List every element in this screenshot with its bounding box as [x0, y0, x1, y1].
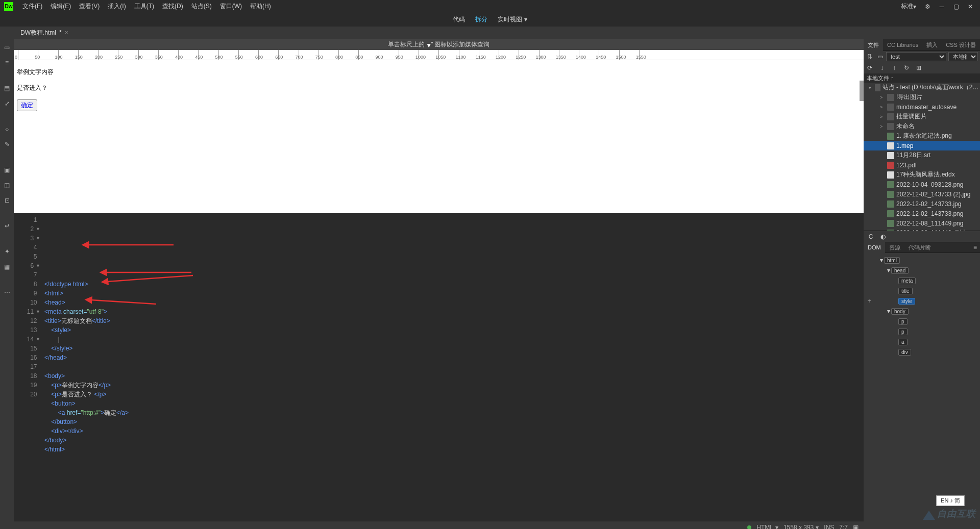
document-tab[interactable]: DW教程.html* × — [15, 27, 74, 39]
dom-node[interactable]: ▾head — [866, 265, 978, 275]
tree-item[interactable]: 2022-12-08_111449.png — [864, 218, 980, 228]
panel-tab[interactable]: 插入 — [922, 39, 942, 51]
dom-tree[interactable]: ▾html▾headmetatitle+style▾bodyppadiv — [864, 253, 980, 529]
tree-item[interactable]: 2022-12-02_143733 (2).jpg — [864, 189, 980, 199]
get-icon[interactable]: ↓ — [878, 64, 886, 72]
close-icon[interactable]: ✕ — [963, 1, 977, 12]
wrap-icon[interactable]: ↵ — [3, 221, 12, 231]
workspace-dropdown[interactable]: 标准 ▾ — [897, 2, 920, 11]
status-dimensions[interactable]: 1558 x 393 ▾ — [783, 524, 819, 530]
left-tool-rail: ▭ ≡ ▤ ⤢ ⟐ ✎ ▣ ◫ ⊡ ↵ ✦ ▦ ⋯ — [0, 39, 14, 529]
tree-item[interactable]: 2022-12-02_143733.jpg — [864, 199, 980, 209]
status-preview-icon[interactable]: ▣ — [853, 524, 859, 530]
live-view-button[interactable]: 实时视图▾ — [493, 15, 532, 24]
maximize-icon[interactable]: ▢ — [949, 1, 963, 12]
add-icon[interactable]: + — [866, 297, 873, 305]
dom-node[interactable]: a — [866, 337, 978, 347]
dom-node[interactable]: +style — [866, 296, 978, 306]
view-select[interactable]: 本地视图 — [948, 52, 978, 61]
img-icon — [887, 210, 894, 217]
show-code-icon[interactable]: ▤ — [3, 84, 12, 93]
live-preview-pane[interactable]: 举例文字内容 是否进入？ 确定 — [14, 60, 864, 213]
panel-tab[interactable]: 文件 — [864, 39, 883, 51]
dom-node[interactable]: p — [866, 316, 978, 326]
syntax-icon[interactable]: ▦ — [3, 262, 12, 271]
menu-item[interactable]: 编辑(E) — [46, 0, 75, 13]
tree-item[interactable]: 1.mep — [864, 141, 980, 150]
document-tabbar: DW教程.html* × — [0, 27, 980, 39]
refresh-icon[interactable]: C — [867, 233, 875, 241]
tree-item[interactable]: 2022-12-02_143733.png — [864, 209, 980, 218]
site-select[interactable]: test — [886, 52, 946, 61]
preview-button[interactable]: 确定 — [17, 99, 37, 111]
tree-item[interactable]: >mindmaster_autosave — [864, 102, 980, 112]
preview-paragraph: 举例文字内容 — [17, 68, 861, 77]
inspect-icon[interactable]: ✎ — [3, 140, 12, 149]
files-toolbar: ⇅ ▭ test 本地视图 — [864, 51, 980, 62]
tab-close-icon[interactable]: × — [65, 29, 68, 36]
panel-tab[interactable]: CC Libraries — [883, 39, 922, 51]
menu-item[interactable]: 查找(D) — [158, 0, 187, 13]
status-language[interactable]: HTML ▾ — [756, 524, 778, 530]
dom-node[interactable]: ▾html — [866, 255, 978, 265]
tree-root[interactable]: ▾ 站点 - test (D:\tools\桌面\work（2）\work (1… — [864, 83, 980, 92]
file-management-icon[interactable]: ▭ — [3, 43, 12, 52]
tree-item[interactable]: 2022-10-04_093128.png — [864, 180, 980, 189]
split-view-button[interactable]: 拆分 — [470, 15, 493, 24]
scrollbar[interactable] — [860, 81, 864, 101]
tree-item[interactable]: >批量调图片 — [864, 112, 980, 121]
menu-item[interactable]: 插入(I) — [104, 0, 130, 13]
ftp-icon[interactable]: ⇅ — [866, 53, 874, 61]
tree-item[interactable]: 1. 康奈尔笔记法.png — [864, 131, 980, 141]
highlight-icon[interactable]: ✦ — [3, 247, 12, 256]
tree-item[interactable]: 11月28日.srt — [864, 150, 980, 160]
more-icon[interactable]: ⋯ — [3, 288, 12, 297]
menu-item[interactable]: 工具(T) — [130, 0, 158, 13]
tree-item[interactable]: 123.pdf — [864, 160, 980, 170]
menu-item[interactable]: 窗口(W) — [216, 0, 246, 13]
menu-item[interactable]: 查看(V) — [75, 0, 104, 13]
dom-panel-tab[interactable]: DOM — [864, 241, 885, 254]
local-files-header[interactable]: 本地文件 ↑ — [864, 73, 980, 83]
file-icon — [887, 152, 894, 159]
menu-item[interactable]: 文件(F) — [18, 0, 46, 13]
server-icon[interactable]: ▭ — [876, 53, 884, 61]
put-icon[interactable]: ↑ — [890, 64, 898, 72]
panel-tab[interactable]: CSS 设计器 — [942, 39, 980, 51]
dom-node[interactable]: title — [866, 286, 978, 296]
code-editor[interactable]: 1 2▼3▼4 5 6▼7 8 9 10 11▼12 13 14▼15 16 1… — [14, 213, 864, 521]
dom-node[interactable]: div — [866, 347, 978, 357]
file-tree[interactable]: ▾ 站点 - test (D:\tools\桌面\work（2）\work (1… — [864, 83, 980, 231]
settings-icon[interactable]: ⚙ — [920, 1, 935, 12]
img-icon — [887, 200, 894, 208]
minimize-icon[interactable]: ─ — [935, 1, 949, 12]
menu-item[interactable]: 帮助(H) — [246, 0, 275, 13]
menubar: Dw 文件(F)编辑(E)查看(V)插入(I)工具(T)查找(D)站点(S)窗口… — [0, 0, 980, 13]
format-icon[interactable]: ◫ — [3, 181, 12, 190]
expand-icon[interactable]: ⊞ — [915, 64, 923, 72]
ime-indicator[interactable]: EN ♪ 简 — [936, 495, 965, 506]
menu-item[interactable]: 站点(S) — [187, 0, 216, 13]
comment-icon[interactable]: ⊡ — [3, 196, 12, 205]
code-view-button[interactable]: 代码 — [448, 15, 470, 24]
dom-node[interactable]: meta — [866, 275, 978, 286]
collapse-icon[interactable]: ▣ — [3, 165, 12, 174]
ruler[interactable]: 0501001502002503003504004505005506006507… — [14, 50, 864, 60]
folder-icon — [875, 84, 880, 91]
live-code-icon[interactable]: ⟐ — [3, 124, 12, 134]
dom-node[interactable]: ▾body — [866, 306, 978, 316]
folder-icon — [887, 113, 894, 120]
sync-icon[interactable]: ↻ — [902, 64, 911, 72]
tree-item[interactable]: >!导出图片 — [864, 92, 980, 102]
tree-item[interactable]: 17种头脑风暴法.eddx — [864, 170, 980, 180]
dom-panel-tab[interactable]: 资源 — [885, 241, 904, 254]
dom-panel-tab[interactable]: 代码片断 — [904, 241, 935, 254]
code-nav-icon[interactable]: ≡ — [3, 58, 12, 67]
status-sync-icon[interactable] — [747, 525, 751, 530]
tree-item[interactable]: >未命名 — [864, 121, 980, 131]
panel-menu-icon[interactable]: ≡ — [970, 244, 980, 251]
log-icon[interactable]: ◐ — [879, 233, 887, 241]
connect-icon[interactable]: ⟳ — [866, 64, 874, 72]
dom-node[interactable]: p — [866, 326, 978, 337]
expand-icon[interactable]: ⤢ — [3, 99, 12, 108]
